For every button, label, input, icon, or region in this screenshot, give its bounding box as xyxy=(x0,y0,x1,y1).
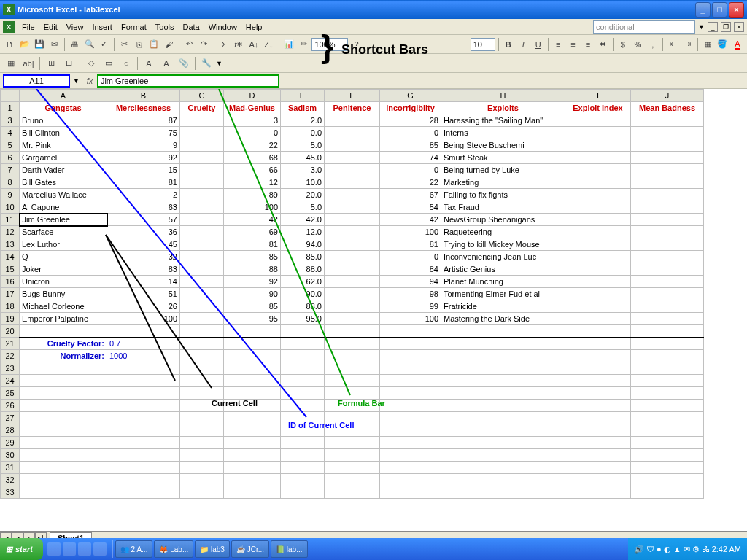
align-left-icon[interactable]: ≡ xyxy=(551,36,565,52)
header-cell[interactable]: Incorrigiblity xyxy=(380,102,441,114)
cell[interactable]: 22 xyxy=(380,176,441,189)
row-header[interactable]: 23 xyxy=(1,362,20,375)
cell[interactable]: 42.0 xyxy=(281,214,325,226)
cell[interactable]: Q xyxy=(20,251,107,263)
cell[interactable] xyxy=(224,474,281,486)
italic-icon[interactable]: I xyxy=(516,36,530,52)
cell[interactable] xyxy=(325,313,380,325)
cell[interactable] xyxy=(224,387,281,400)
cell[interactable] xyxy=(380,325,441,338)
copy-icon[interactable]: ⎘ xyxy=(133,36,146,52)
maximize-button[interactable]: □ xyxy=(712,2,727,18)
cell[interactable] xyxy=(631,350,704,362)
cell[interactable] xyxy=(107,462,180,474)
print-icon[interactable]: 🖶 xyxy=(68,36,81,52)
cell[interactable]: Tax Fraud xyxy=(441,201,565,214)
cell[interactable] xyxy=(281,424,325,437)
cell[interactable] xyxy=(107,375,180,387)
cell[interactable] xyxy=(281,486,325,499)
cell[interactable] xyxy=(441,474,565,486)
cell[interactable] xyxy=(180,176,224,189)
taskbar-item[interactable]: 🦊 Lab... xyxy=(154,540,193,558)
ask-box[interactable] xyxy=(593,20,695,34)
cell[interactable] xyxy=(565,251,631,263)
cell[interactable]: 0 xyxy=(224,127,281,139)
cell[interactable] xyxy=(325,387,380,400)
cell[interactable]: Mastering the Dark Side xyxy=(441,313,565,325)
autosum-icon[interactable]: Σ xyxy=(217,36,231,52)
cell[interactable]: 1000 xyxy=(107,350,180,362)
cell[interactable] xyxy=(180,300,224,313)
cell[interactable] xyxy=(565,201,631,214)
paste-icon[interactable]: 📋 xyxy=(147,36,160,52)
start-button[interactable]: ⊞start xyxy=(0,538,43,560)
cell[interactable] xyxy=(325,226,380,238)
cell[interactable] xyxy=(631,214,704,226)
cell[interactable]: 12 xyxy=(224,176,281,189)
cell[interactable] xyxy=(631,300,704,313)
cell[interactable]: Being Steve Buschemi xyxy=(441,139,565,152)
cell[interactable]: Raqueteering xyxy=(441,226,565,238)
cell[interactable]: 88.0 xyxy=(281,300,325,313)
drawing-icon[interactable]: ✏ xyxy=(297,36,310,52)
row-header[interactable]: 22 xyxy=(1,350,20,362)
cell[interactable] xyxy=(325,400,380,412)
tools-icon[interactable]: 🔧 xyxy=(198,55,214,71)
cell[interactable] xyxy=(565,214,631,226)
cell[interactable] xyxy=(20,449,107,462)
row-header[interactable]: 24 xyxy=(1,375,20,387)
pivot-icon[interactable]: ▦ xyxy=(3,55,19,71)
cell[interactable]: 67 xyxy=(380,189,441,201)
cell[interactable] xyxy=(180,164,224,176)
row-header[interactable]: 11 xyxy=(1,214,20,226)
cell[interactable]: 20.0 xyxy=(281,189,325,201)
cell[interactable] xyxy=(380,424,441,437)
cell[interactable] xyxy=(565,313,631,325)
font-size-input[interactable] xyxy=(471,38,495,51)
cell[interactable] xyxy=(107,424,180,437)
cell[interactable]: 63 xyxy=(107,201,180,214)
indent-dec-icon[interactable]: ⇤ xyxy=(666,36,679,52)
cell[interactable] xyxy=(180,449,224,462)
cell[interactable] xyxy=(441,437,565,449)
cell[interactable] xyxy=(224,449,281,462)
cell[interactable] xyxy=(325,139,380,152)
cell[interactable]: Michael Corleone xyxy=(20,300,107,313)
row-header[interactable]: 31 xyxy=(1,462,20,474)
cell[interactable]: 94.0 xyxy=(281,238,325,251)
cell[interactable] xyxy=(180,362,224,375)
cell[interactable] xyxy=(224,437,281,449)
cell[interactable] xyxy=(631,201,704,214)
cell[interactable]: 95 xyxy=(224,313,281,325)
cell[interactable] xyxy=(281,375,325,387)
col-header-I[interactable]: I xyxy=(565,90,631,102)
cell[interactable] xyxy=(441,338,565,350)
cell[interactable] xyxy=(281,362,325,375)
cell[interactable]: 90 xyxy=(224,288,281,300)
cell[interactable] xyxy=(380,387,441,400)
cell[interactable]: 66 xyxy=(224,164,281,176)
currency-icon[interactable]: $ xyxy=(616,36,630,52)
row-header[interactable]: 13 xyxy=(1,238,20,251)
cell[interactable] xyxy=(631,288,704,300)
header-cell[interactable]: Cruelty xyxy=(180,102,224,114)
cell[interactable] xyxy=(224,362,281,375)
row-header[interactable]: 6 xyxy=(1,152,20,164)
cell[interactable]: Inconveniencing Jean Luc xyxy=(441,251,565,263)
cell[interactable] xyxy=(441,387,565,400)
cell[interactable] xyxy=(20,362,107,375)
cell[interactable]: 3.0 xyxy=(281,164,325,176)
cell[interactable] xyxy=(325,350,380,362)
row-header[interactable]: 10 xyxy=(1,201,20,214)
cell[interactable] xyxy=(180,214,224,226)
cell[interactable] xyxy=(325,449,380,462)
cell[interactable] xyxy=(180,201,224,214)
cell[interactable]: 100 xyxy=(380,226,441,238)
cell[interactable] xyxy=(325,362,380,375)
cell[interactable]: 98 xyxy=(380,288,441,300)
tray-icon[interactable]: ✉ xyxy=(684,545,690,554)
cell[interactable] xyxy=(180,424,224,437)
cell[interactable] xyxy=(565,424,631,437)
menu-file[interactable]: File xyxy=(18,21,39,33)
cell[interactable]: Mr. Pink xyxy=(20,139,107,152)
